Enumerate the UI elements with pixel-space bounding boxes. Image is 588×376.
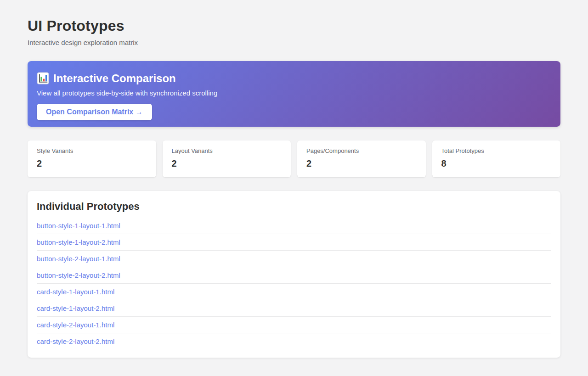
stat-card-layout-variants: Layout Variants 2 xyxy=(163,140,291,177)
list-item: card-style-2-layout-1.html xyxy=(37,317,551,333)
stat-label: Layout Variants xyxy=(172,147,282,155)
stat-label: Pages/Components xyxy=(306,147,417,155)
list-item: card-style-2-layout-2.html xyxy=(37,333,551,349)
open-comparison-matrix-button[interactable]: Open Comparison Matrix → xyxy=(37,104,152,120)
comparison-banner: Interactive Comparison View all prototyp… xyxy=(28,61,560,127)
prototype-link-button-style-2-layout-2[interactable]: button-style-2-layout-2.html xyxy=(37,271,120,279)
list-item: card-style-1-layout-1.html xyxy=(37,284,551,300)
page-container: UI Prototypes Interactive design explora… xyxy=(28,0,560,358)
stat-card-style-variants: Style Variants 2 xyxy=(28,140,156,177)
list-item: button-style-1-layout-2.html xyxy=(37,234,551,251)
stat-value: 2 xyxy=(306,158,417,169)
stat-card-pages-components: Pages/Components 2 xyxy=(297,140,426,177)
individual-prototypes-heading: Individual Prototypes xyxy=(37,200,551,213)
prototype-link-card-style-1-layout-1[interactable]: card-style-1-layout-1.html xyxy=(37,288,114,296)
stat-value: 8 xyxy=(441,158,552,169)
prototype-link-card-style-1-layout-2[interactable]: card-style-1-layout-2.html xyxy=(37,304,114,312)
individual-prototypes-card: Individual Prototypes button-style-1-lay… xyxy=(28,191,560,358)
list-item: button-style-2-layout-1.html xyxy=(37,251,551,267)
stat-value: 2 xyxy=(37,158,147,169)
prototype-link-card-style-2-layout-1[interactable]: card-style-2-layout-1.html xyxy=(37,321,114,329)
page-subtitle: Interactive design exploration matrix xyxy=(28,39,560,46)
banner-title: Interactive Comparison xyxy=(53,72,176,85)
banner-description: View all prototypes side-by-side with sy… xyxy=(37,89,551,97)
prototype-link-button-style-1-layout-1[interactable]: button-style-1-layout-1.html xyxy=(37,222,120,230)
page-title: UI Prototypes xyxy=(28,17,560,34)
prototype-link-card-style-2-layout-2[interactable]: card-style-2-layout-2.html xyxy=(37,337,114,345)
prototype-list: button-style-1-layout-1.html button-styl… xyxy=(37,218,551,349)
prototype-link-button-style-1-layout-2[interactable]: button-style-1-layout-2.html xyxy=(37,238,120,246)
prototype-link-button-style-2-layout-1[interactable]: button-style-2-layout-1.html xyxy=(37,255,120,263)
list-item: button-style-1-layout-1.html xyxy=(37,218,551,234)
stat-value: 2 xyxy=(172,158,282,169)
stat-label: Total Prototypes xyxy=(441,147,552,155)
list-item: button-style-2-layout-2.html xyxy=(37,267,551,284)
stat-label: Style Variants xyxy=(37,147,147,155)
stats-row: Style Variants 2 Layout Variants 2 Pages… xyxy=(28,140,560,177)
bar-chart-icon xyxy=(37,72,49,84)
stat-card-total-prototypes: Total Prototypes 8 xyxy=(432,140,561,177)
banner-title-row: Interactive Comparison xyxy=(37,72,551,85)
list-item: card-style-1-layout-2.html xyxy=(37,300,551,317)
